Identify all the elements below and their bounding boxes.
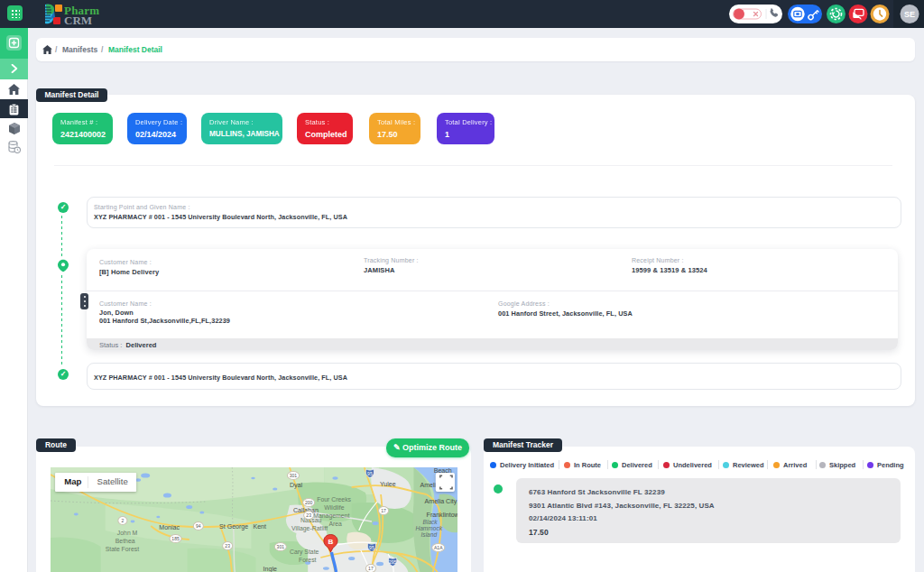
svg-text:Dyal: Dyal [290,482,303,489]
svg-text:A1A: A1A [434,545,443,550]
svg-text:95: 95 [369,545,374,550]
svg-text:Beach: Beach [434,467,452,474]
svg-text:SE: SE [904,10,915,19]
svg-text:Cary State: Cary State [290,549,319,556]
svg-text:Area: Area [328,521,342,527]
svg-text:John M: John M [117,530,138,536]
svg-text:301: 301 [290,473,298,478]
svg-text:23: 23 [225,543,230,549]
svg-text:Franklintown: Franklintown [427,512,457,518]
svg-text:Wildlife: Wildlife [324,504,344,511]
svg-text:Black: Black [423,519,439,525]
svg-text:B: B [328,538,334,546]
svg-text:Satellite: Satellite [97,477,128,487]
svg-text:17: 17 [381,508,386,513]
svg-text:St George: St George [219,523,248,530]
svg-text:Forest: Forest [299,557,317,563]
svg-text:95: 95 [367,471,373,476]
svg-text:Ameli: Ameli [420,482,437,488]
svg-text:Kent: Kent [253,523,266,530]
svg-text:State Forest: State Forest [106,546,140,552]
svg-text:Amelia City: Amelia City [425,498,457,505]
svg-text:Hammock: Hammock [415,525,442,531]
svg-text:185: 185 [171,536,180,541]
svg-text:Ingle: Ingle [263,566,277,572]
svg-text:295: 295 [389,559,397,565]
svg-text:200: 200 [305,500,313,505]
svg-text:Map: Map [64,477,81,487]
svg-text:17: 17 [368,566,374,571]
svg-text:Village-Ratliff: Village-Ratliff [291,525,328,532]
svg-text:Yulee: Yulee [380,481,396,487]
svg-text:Four Creeks: Four Creeks [317,496,351,503]
svg-text:Bethea: Bethea [116,538,135,544]
svg-text:Island: Island [421,531,438,538]
svg-text:23: 23 [306,512,311,518]
svg-text:Moniac: Moniac [159,524,180,530]
svg-text:301: 301 [277,544,285,549]
svg-text:94: 94 [196,523,201,529]
svg-text:2: 2 [121,518,124,523]
